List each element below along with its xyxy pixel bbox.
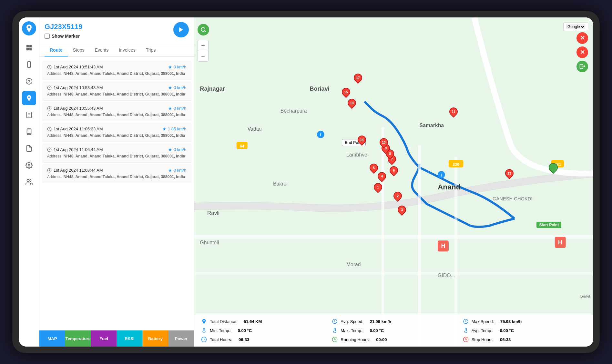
sidebar-item-tracking[interactable]	[22, 91, 36, 105]
running-hours-label: Running Hours:	[341, 337, 370, 342]
total-hours-label: Total Hours:	[210, 337, 232, 342]
avg-speed-label: Avg. Speed:	[341, 319, 363, 324]
route-address: Address: NH48, Anand, Anand Taluka, Anan…	[47, 113, 186, 117]
max-temp-icon	[332, 327, 338, 334]
avg-temp-value: 0.00 °C	[500, 328, 514, 333]
bottom-tab-rssi[interactable]: RSSI	[117, 330, 142, 347]
avg-temp-icon	[463, 327, 469, 334]
route-speed: 0 km/h	[168, 147, 186, 152]
route-speed: 0 km/h	[168, 168, 186, 173]
max-speed-label: Max Speed:	[472, 319, 494, 324]
stop-hours-icon	[463, 336, 469, 343]
max-temp-value: 0.00 °C	[370, 328, 384, 333]
map-pin-2: 2	[393, 192, 402, 200]
stat-total-distance: Total Distance: 51.64 KM	[201, 318, 325, 325]
map-pin-6: 6	[390, 166, 398, 175]
map-pins-container: 1 2 3 4 5 6	[194, 17, 593, 298]
bottom-tab-map[interactable]: MAP	[39, 330, 65, 347]
sidebar-item-users[interactable]	[22, 175, 36, 189]
tab-trips[interactable]: Trips	[141, 44, 161, 56]
play-button[interactable]	[173, 22, 189, 37]
avg-temp-label: Avg. Temp.:	[472, 328, 494, 333]
route-time: 1st Aug 2024 11:06:23 AM	[47, 126, 103, 131]
route-time: 1st Aug 2024 11:08:44 AM	[47, 168, 103, 173]
sidebar-item-mobile[interactable]	[22, 125, 36, 139]
show-marker-container: Show Marker	[45, 34, 189, 39]
map-area: 64 229 NE1 Rajnagar Boriavi Becharpura A…	[194, 17, 593, 347]
sidebar-item-help[interactable]: ?	[22, 74, 36, 88]
route-address: Address: NH48, Anand, Anand Taluka, Anan…	[47, 154, 186, 158]
route-time: 1st Aug 2024 10:53:43 AM	[47, 85, 103, 90]
max-speed-value: 75.93 km/h	[500, 319, 522, 324]
svg-marker-17	[179, 27, 183, 32]
leaflet-attribution: Leaflet	[580, 295, 590, 298]
stat-max-speed: Max Speed: 75.93 km/h	[463, 318, 587, 325]
route-item: 1st Aug 2024 11:06:23 AM 1.85 km/h Addre…	[42, 123, 191, 142]
running-hours-icon	[332, 336, 338, 343]
sidebar-item-device[interactable]	[22, 57, 36, 72]
svg-point-15	[28, 164, 30, 166]
tabs-bar: Route Stops Events Invoices Trips	[39, 44, 194, 57]
min-temp-value: 0.00 °C	[238, 328, 252, 333]
route-time: 1st Aug 2024 11:06:44 AM	[47, 147, 103, 152]
exit-button[interactable]	[576, 61, 588, 72]
app-logo[interactable]	[22, 21, 36, 35]
bottom-tab-battery[interactable]: Battery	[142, 330, 168, 347]
stat-min-temp: Min. Temp.: 0.00 °C	[201, 327, 325, 334]
zoom-controls: + −	[198, 40, 209, 62]
map-pin-5: 5	[370, 164, 378, 172]
route-address: Address: NH48, Anand, Anand Taluka, Anan…	[47, 71, 186, 76]
sidebar-item-dashboard[interactable]	[22, 41, 36, 55]
min-temp-icon	[201, 327, 207, 334]
show-marker-checkbox[interactable]	[45, 34, 50, 39]
map-pin-3: 3	[398, 206, 406, 214]
svg-point-57	[201, 27, 205, 31]
tab-stops[interactable]: Stops	[68, 44, 90, 56]
panel-header: GJ23X5119 Show Marker	[39, 17, 194, 44]
start-point-label: Start Point	[536, 222, 561, 228]
stop-hours-value: 06:33	[500, 337, 511, 342]
map-pin-18: 18	[348, 99, 356, 107]
svg-point-16	[27, 179, 29, 182]
svg-rect-3	[29, 48, 31, 50]
zoom-out-button[interactable]: −	[198, 51, 208, 61]
min-temp-label: Min. Temp.:	[210, 328, 231, 333]
zoom-in-button[interactable]: +	[198, 40, 208, 51]
max-speed-icon	[463, 318, 469, 325]
svg-line-58	[204, 31, 205, 32]
stat-running-hours: Running Hours: 00:00	[332, 336, 456, 343]
map-pin-start	[549, 163, 558, 172]
svg-rect-0	[26, 45, 28, 47]
google-label: Google	[563, 23, 588, 31]
vehicle-id: GJ23X5119	[45, 23, 189, 31]
google-select[interactable]: Google	[566, 24, 585, 29]
route-address: Address: NH48, Anand, Anand Taluka, Anan…	[47, 92, 186, 96]
tablet-frame: ? GJ23X5119	[12, 11, 600, 353]
stop-hours-label: Stop Hours:	[472, 337, 494, 342]
map-pin-1: 1	[374, 183, 382, 191]
sidebar-item-document[interactable]	[22, 141, 36, 156]
route-address: Address: NH48, Anand, Anand Taluka, Anan…	[47, 133, 186, 138]
map-search-button[interactable]	[198, 24, 209, 35]
tab-route[interactable]: Route	[45, 44, 68, 56]
sidebar-item-reports[interactable]	[22, 108, 36, 122]
avg-speed-value: 21.96 km/h	[370, 319, 392, 324]
map-pin-17: 17	[354, 74, 362, 82]
close-button-top[interactable]: ✕	[576, 32, 588, 44]
map-pin-14: 14	[358, 136, 366, 144]
map-stats-bar: Total Distance: 51.64 KM Avg. Speed: 21.…	[194, 314, 593, 347]
tab-events[interactable]: Events	[89, 44, 114, 56]
start-label: Start Point	[536, 222, 561, 228]
total-distance-label: Total Distance:	[210, 319, 237, 324]
stat-stop-hours: Stop Hours: 06:33	[463, 336, 587, 343]
route-time: 1st Aug 2024 10:51:43 AM	[47, 65, 103, 69]
route-speed: 0 km/h	[168, 65, 186, 69]
tab-invoices[interactable]: Invoices	[114, 44, 140, 56]
route-item: 1st Aug 2024 10:51:43 AM 0 km/h Address:…	[42, 61, 191, 80]
close-button-x[interactable]: ✕	[576, 46, 588, 58]
bottom-tab-fuel[interactable]: Fuel	[91, 330, 117, 347]
bottom-tab-power[interactable]: Power	[168, 330, 194, 347]
map-pin-10: 10	[380, 138, 388, 147]
bottom-tab-temperature[interactable]: Temperature	[65, 330, 91, 347]
sidebar-item-settings[interactable]	[22, 158, 36, 172]
